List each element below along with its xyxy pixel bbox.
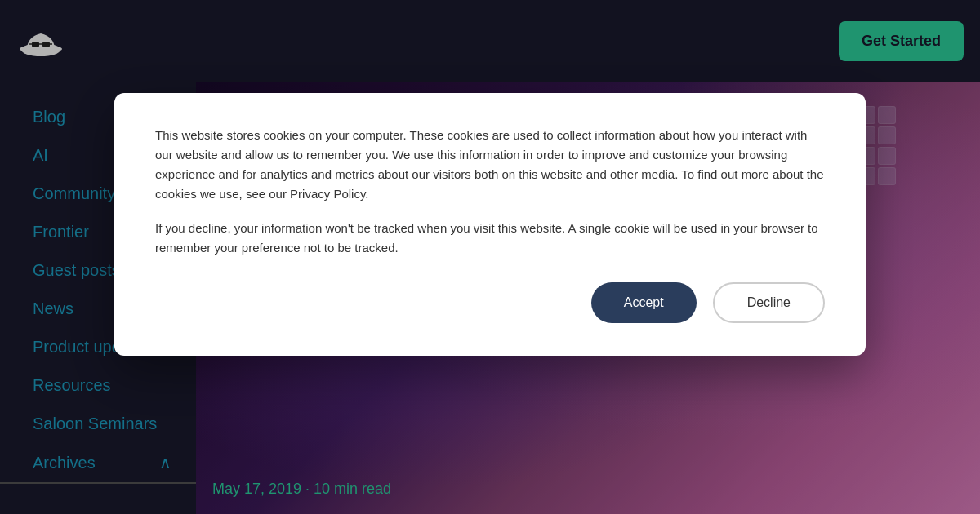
cookie-text-1: This website stores cookies on your comp… <box>155 126 825 204</box>
cookie-modal: This website stores cookies on your comp… <box>114 93 866 356</box>
modal-overlay: This website stores cookies on your comp… <box>0 0 980 514</box>
accept-button[interactable]: Accept <box>591 282 697 323</box>
modal-actions: Accept Decline <box>155 282 825 323</box>
cookie-text-2: If you decline, your information won't b… <box>155 219 825 258</box>
decline-button[interactable]: Decline <box>713 282 825 323</box>
